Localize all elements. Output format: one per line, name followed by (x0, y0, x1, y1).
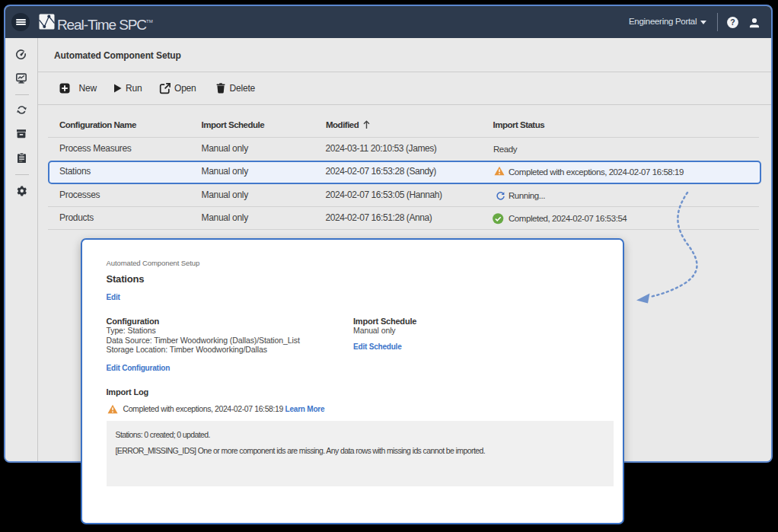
svg-text:?: ? (730, 18, 735, 27)
